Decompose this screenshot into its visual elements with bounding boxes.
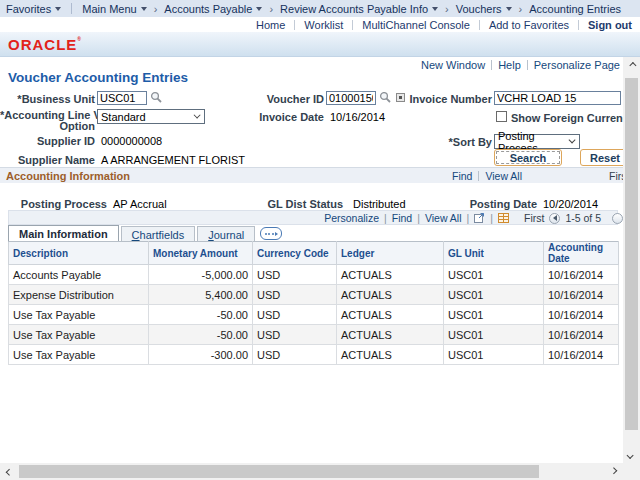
column-header-ledger: Ledger — [337, 242, 444, 265]
grid-toolbar: Personalize | Find | View All | | First … — [8, 210, 618, 225]
table-cell: Use Tax Payable — [9, 345, 149, 365]
scroll-down-button[interactable] — [623, 447, 640, 463]
scroll-left-button[interactable] — [0, 464, 17, 480]
tab-label: ournal — [214, 229, 245, 241]
voucher-id-input[interactable] — [326, 91, 376, 105]
show-foreign-currency-checkbox[interactable] — [496, 111, 507, 122]
breadcrumb: Favorites Main Menu › Accounts Payable ›… — [0, 0, 640, 17]
vertical-scroll-thumb[interactable] — [625, 78, 638, 430]
accounting-entries-table: Description Monetary Amount Currency Cod… — [8, 241, 619, 365]
business-unit-lookup-icon[interactable] — [150, 91, 163, 104]
brand-bar: ORACLE® — [0, 32, 640, 57]
accounting-line-view-label: *Accounting Line View Option — [0, 110, 95, 132]
table-cell: USD — [253, 265, 337, 285]
tab-hotkey: C — [132, 229, 140, 241]
posting-date-label: Posting Date — [430, 198, 537, 210]
zoom-grid-icon[interactable] — [474, 213, 485, 223]
reset-button[interactable]: Reset — [580, 149, 623, 166]
horizontal-scroll-thumb[interactable] — [19, 465, 539, 478]
search-button[interactable]: Search — [494, 149, 562, 166]
divider — [491, 60, 492, 70]
breadcrumb-item-label: Accounts Payable — [164, 3, 252, 15]
help-link[interactable]: Help — [498, 59, 521, 71]
breadcrumb-item-review-ap-info[interactable]: Review Accounts Payable Info — [280, 3, 438, 15]
table-cell: USC01 — [444, 285, 544, 305]
chevron-down-icon — [506, 7, 512, 11]
table-cell: ACTUALS — [337, 345, 444, 365]
tab-chartfields[interactable]: Chartfields — [121, 226, 196, 241]
horizontal-scrollbar-row — [0, 463, 640, 480]
grid-tabs: Main Information Chartfields Journal — [8, 225, 282, 241]
show-all-columns-icon[interactable] — [260, 227, 282, 240]
section-view-all-link[interactable]: View All — [485, 170, 522, 182]
grid-personalize-link[interactable]: Personalize — [324, 212, 379, 224]
grid-find-link[interactable]: Find — [392, 212, 412, 224]
tab-journal[interactable]: Journal — [197, 226, 255, 241]
personalize-page-link[interactable]: Personalize Page — [534, 59, 620, 71]
section-find-link[interactable]: Find — [452, 170, 472, 182]
gl-dist-status-value: Distributed — [353, 198, 406, 210]
supplier-name-value: A ARRANGEMENT FLORIST — [101, 154, 245, 166]
voucher-id-lookup-icon[interactable] — [379, 91, 392, 104]
divider — [578, 20, 579, 30]
horizontal-scroll-track[interactable] — [17, 463, 606, 480]
divider — [478, 171, 479, 181]
grid-row-range: 1-5 of 5 — [565, 212, 601, 224]
first-page-icon[interactable] — [549, 213, 560, 224]
oracle-logo: ORACLE® — [8, 37, 82, 52]
show-foreign-currency-label: Show Foreign Currency — [511, 112, 623, 124]
supplier-id-label: Supplier ID — [0, 135, 95, 147]
multichannel-console-link[interactable]: MultiChannel Console — [362, 19, 470, 31]
divider: | — [384, 212, 387, 224]
sort-by-select[interactable]: Posting Process — [494, 134, 580, 149]
column-header-accounting-date: Accounting Date — [544, 242, 619, 265]
invoice-number-input[interactable] — [494, 91, 621, 105]
table-cell: USD — [253, 325, 337, 345]
last-page-icon[interactable] — [612, 213, 623, 224]
table-cell: Use Tax Payable — [9, 305, 149, 325]
table-cell: USD — [253, 305, 337, 325]
vertical-scrollbar[interactable] — [623, 57, 640, 463]
table-row: Use Tax Payable-50.00USDACTUALSUSC0110/1… — [9, 325, 619, 345]
grid-view-all-link[interactable]: View All — [425, 212, 462, 224]
breadcrumb-item-accounts-payable[interactable]: Accounts Payable — [164, 3, 262, 15]
breadcrumb-favorites[interactable]: Favorites — [6, 3, 61, 15]
scroll-right-button[interactable] — [606, 464, 623, 480]
horizontal-scrollbar[interactable] — [0, 463, 623, 480]
accounting-line-view-select[interactable]: Standard — [97, 109, 205, 124]
chevron-down-icon — [432, 7, 438, 11]
scroll-up-button[interactable] — [623, 57, 640, 73]
table-cell: USD — [253, 345, 337, 365]
business-unit-input[interactable] — [97, 91, 147, 105]
table-cell: 10/16/2014 — [544, 345, 619, 365]
table-cell: USD — [253, 285, 337, 305]
home-link[interactable]: Home — [256, 19, 285, 31]
breadcrumb-main-menu[interactable]: Main Menu — [82, 3, 146, 15]
worklist-link[interactable]: Worklist — [304, 19, 343, 31]
breadcrumb-separator: › — [519, 3, 523, 15]
sign-out-link[interactable]: Sign out — [588, 19, 632, 31]
section-first-label: First — [609, 170, 623, 182]
chevron-down-icon — [55, 7, 61, 11]
breadcrumb-item-label: Vouchers — [456, 3, 502, 15]
new-window-link[interactable]: New Window — [421, 59, 485, 71]
invoice-date-value: 10/16/2014 — [330, 111, 385, 123]
divider — [352, 20, 353, 30]
column-header-description: Description — [9, 242, 149, 265]
divider: | — [417, 212, 420, 224]
breadcrumb-divider — [71, 3, 72, 14]
download-icon[interactable] — [498, 213, 509, 223]
vertical-scroll-track[interactable] — [623, 73, 640, 447]
voucher-id-label: Voucher ID — [240, 93, 324, 105]
table-cell: Use Tax Payable — [9, 325, 149, 345]
divider: | — [467, 212, 470, 224]
table-cell: 10/16/2014 — [544, 285, 619, 305]
table-header-row: Description Monetary Amount Currency Cod… — [9, 242, 619, 265]
add-to-favorites-link[interactable]: Add to Favorites — [489, 19, 569, 31]
invoice-date-label: Invoice Date — [240, 111, 324, 123]
tab-main-information[interactable]: Main Information — [8, 225, 119, 241]
scrollbar-corner — [623, 463, 640, 480]
breadcrumb-item-vouchers[interactable]: Vouchers — [456, 3, 512, 15]
breadcrumb-item-accounting-entries: Accounting Entries — [529, 3, 621, 15]
sort-by-label: *Sort By — [430, 136, 492, 148]
